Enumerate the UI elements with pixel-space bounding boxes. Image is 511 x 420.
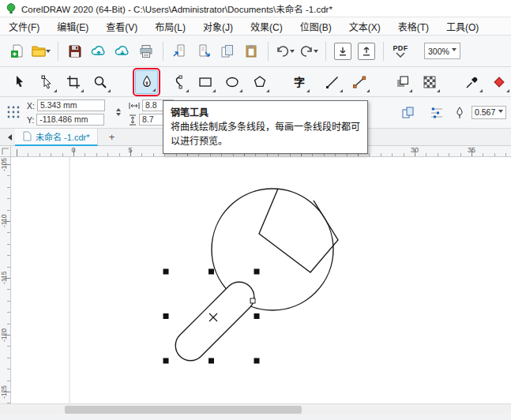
- ruler-label: -120: [0, 324, 10, 346]
- new-document-button[interactable]: [6, 40, 28, 62]
- y-position-field[interactable]: -118.486 mm: [36, 114, 104, 126]
- rounded-handle-shape[interactable]: [169, 276, 260, 366]
- cloud-download-icon: [115, 44, 130, 58]
- eyedropper-tool[interactable]: [461, 70, 484, 94]
- x-position-field[interactable]: 5.343 mm: [37, 99, 105, 111]
- print-icon: [139, 44, 153, 58]
- scrollbar-thumb[interactable]: [65, 406, 302, 414]
- line-tool[interactable]: [321, 70, 344, 94]
- publish-pdf-button[interactable]: PDF: [389, 40, 411, 62]
- menu-view[interactable]: 查看(V): [97, 17, 146, 35]
- zoom-level-select[interactable]: 300%: [424, 43, 460, 59]
- menu-tools[interactable]: 工具(O): [438, 17, 487, 35]
- menu-text[interactable]: 文本(X): [340, 17, 389, 35]
- bezier-tool[interactable]: [167, 70, 190, 94]
- save-button[interactable]: [64, 40, 86, 62]
- align-distribute-button[interactable]: [426, 102, 448, 124]
- document-tab-active[interactable]: 未命名 -1.cdr*: [15, 129, 98, 146]
- toolbar-separator: [325, 42, 326, 61]
- pick-tool[interactable]: [8, 70, 31, 94]
- paste-button[interactable]: [240, 40, 262, 62]
- shape-tool-icon: [39, 75, 54, 89]
- menu-bar: 文件(F) 编辑(E) 查看(V) 布局(L) 对象(J) 效果(C) 位图(B…: [0, 17, 511, 36]
- polygon-tool[interactable]: [248, 70, 271, 94]
- export-button[interactable]: [193, 40, 215, 62]
- curve-node[interactable]: [250, 298, 255, 303]
- undo-button[interactable]: [274, 40, 296, 62]
- toolbox: 字: [0, 67, 511, 97]
- menu-edit[interactable]: 编辑(E): [48, 17, 97, 35]
- status-strip: [0, 414, 511, 420]
- shape-tool[interactable]: [35, 70, 58, 94]
- text-tool[interactable]: 字: [287, 70, 310, 94]
- cloud-download-button[interactable]: [111, 40, 133, 62]
- toolbar-separator: [163, 42, 163, 61]
- connector-tool[interactable]: [348, 70, 371, 94]
- drawing-canvas[interactable]: [11, 157, 511, 403]
- rectangle-tool-icon: [198, 75, 212, 89]
- crop-tool[interactable]: [62, 70, 85, 94]
- vertical-ruler[interactable]: -105 -110 -115 -120 -125: [0, 157, 11, 403]
- upload-content-button[interactable]: [355, 40, 378, 62]
- print-button[interactable]: [135, 40, 157, 62]
- tab-scroll-left-button[interactable]: [5, 134, 12, 141]
- selection-handle[interactable]: [163, 358, 169, 364]
- menu-bitmaps[interactable]: 位图(B): [291, 17, 340, 35]
- cloud-upload-icon: [91, 44, 107, 58]
- pen-polyline-shape[interactable]: [259, 189, 338, 272]
- import-button[interactable]: [169, 40, 191, 62]
- undo-dropdown-arrow-icon[interactable]: [290, 50, 295, 55]
- pen-tool[interactable]: [135, 70, 158, 94]
- upload-arrow-icon: [362, 47, 371, 56]
- import-icon: [173, 44, 187, 58]
- open-dropdown-arrow-icon[interactable]: [46, 50, 51, 55]
- ellipse-tool-icon: [225, 75, 239, 89]
- tooltip-title: 钢笔工具: [171, 105, 360, 118]
- position-spinner[interactable]: [116, 106, 121, 118]
- menu-effects[interactable]: 效果(C): [242, 17, 291, 35]
- window-title: CorelDRAW 2020 (64-Bit) - C:\Users\Admin…: [21, 2, 333, 15]
- fill-diamond-icon: [492, 75, 506, 89]
- connector-tool-icon: [352, 75, 366, 89]
- menu-object[interactable]: 对象(J): [194, 17, 242, 35]
- shadow-tool[interactable]: [391, 70, 414, 94]
- ellipse-tool[interactable]: [221, 70, 244, 94]
- selection-handle[interactable]: [163, 269, 169, 275]
- menu-layout[interactable]: 布局(L): [146, 17, 194, 35]
- new-tab-button[interactable]: +: [104, 130, 118, 144]
- rectangle-tool[interactable]: [194, 70, 217, 94]
- selection-handle[interactable]: [209, 269, 214, 275]
- selection-handle[interactable]: [163, 313, 169, 319]
- duplicate-button[interactable]: [397, 102, 419, 124]
- document-tab-label: 未命名 -1.cdr*: [36, 130, 89, 143]
- ruler-label: 0: [71, 146, 75, 154]
- menu-table[interactable]: 表格(T): [389, 17, 438, 35]
- horizontal-scrollbar[interactable]: [0, 403, 511, 414]
- selection-handle[interactable]: [254, 269, 260, 275]
- standard-toolbar: PDF 300%: [0, 36, 511, 67]
- interactive-fill-tool[interactable]: [488, 70, 511, 94]
- pdf-arrow-icon: [396, 52, 405, 58]
- object-height-icon: [129, 114, 137, 126]
- download-content-button[interactable]: [332, 40, 354, 62]
- cloud-upload-button[interactable]: [88, 40, 110, 62]
- outline-width-select[interactable]: 0.567: [472, 106, 506, 119]
- open-document-button[interactable]: [30, 40, 52, 62]
- pdf-label: PDF: [393, 44, 408, 52]
- zoom-tool[interactable]: [89, 70, 112, 94]
- selection-handle[interactable]: [209, 358, 214, 364]
- menu-file[interactable]: 文件(F): [0, 17, 48, 35]
- redo-button[interactable]: [298, 40, 320, 62]
- document-page-icon: [23, 131, 32, 141]
- transparency-tool[interactable]: [418, 70, 441, 94]
- selection-handle[interactable]: [254, 313, 260, 319]
- copy-icon: [220, 44, 235, 58]
- selection-handle[interactable]: [254, 358, 260, 364]
- polygon-tool-icon: [253, 75, 267, 89]
- pen-tool-icon: [140, 75, 154, 89]
- ruler-label: 35: [468, 146, 475, 154]
- line-tool-icon: [325, 75, 340, 89]
- save-icon: [68, 44, 82, 58]
- redo-dropdown-arrow-icon[interactable]: [314, 50, 318, 55]
- copy-button[interactable]: [216, 40, 239, 62]
